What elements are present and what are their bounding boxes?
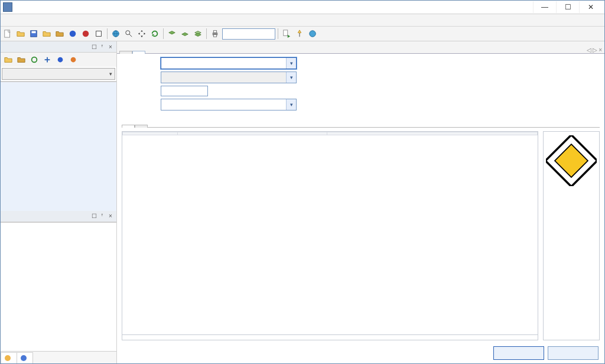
folder-icon[interactable] [41, 28, 53, 40]
doc-arrow-icon[interactable] [281, 28, 292, 40]
next-tab-icon[interactable]: ▷ [593, 47, 597, 53]
separator [163, 28, 164, 39]
menu-visa[interactable] [14, 19, 23, 21]
continue-button[interactable] [493, 346, 544, 360]
tree-filter-dropdown[interactable]: ▾ [2, 68, 115, 80]
preview-panel: ☐ ꜛ × [1, 211, 116, 223]
dot-icon [21, 355, 27, 361]
panel-pin-icon[interactable]: ☐ [90, 43, 97, 50]
panel-dock-icon[interactable]: ꜛ [99, 43, 106, 50]
tab-brukarmall[interactable] [122, 125, 135, 128]
ltftyp-combo[interactable]: ▾ [161, 72, 297, 83]
separator [206, 28, 207, 39]
tree-area[interactable] [1, 82, 116, 211]
print-icon[interactable] [209, 28, 221, 40]
col-beskrivning[interactable] [178, 132, 327, 135]
search-tree-panel: ☐ ꜛ × ▾ [1, 41, 116, 82]
red-circle-icon[interactable] [80, 28, 92, 40]
new-icon[interactable] [2, 28, 14, 40]
left-bottom-tabs [1, 351, 116, 363]
menubar [1, 14, 604, 27]
form-grid: ▾ ▾ ▾ [117, 54, 604, 114]
svg-point-7 [126, 31, 130, 35]
open-icon[interactable] [15, 28, 27, 40]
blue-circle-icon[interactable] [67, 28, 79, 40]
panel-close-icon[interactable]: × [107, 213, 114, 220]
orange-dot-icon[interactable] [67, 54, 79, 66]
tab-vagmarke[interactable] [17, 352, 33, 363]
globe2-icon[interactable] [307, 28, 318, 40]
svg-rect-2 [32, 31, 36, 34]
menu-karta[interactable] [56, 19, 66, 21]
svg-rect-12 [284, 30, 288, 36]
folder-closed-icon[interactable] [15, 54, 27, 66]
zoom-icon[interactable] [123, 28, 135, 40]
trafregel-combo[interactable]: ▾ [161, 99, 297, 110]
panel-close-icon[interactable]: × [107, 43, 114, 50]
layer2-icon[interactable] [179, 28, 191, 40]
chevron-down-icon: ▾ [286, 72, 296, 83]
svg-rect-10 [213, 31, 216, 33]
save-icon[interactable] [28, 28, 40, 40]
tab-forhandsgranska[interactable] [1, 352, 17, 363]
inner-tabs [122, 115, 600, 128]
plats-combo[interactable]: ▾ [161, 57, 297, 69]
menu-hjalp[interactable] [77, 19, 87, 21]
svg-rect-5 [96, 31, 102, 37]
mallnr-input[interactable] [161, 86, 208, 96]
left-column: ☐ ꜛ × ▾ [1, 41, 117, 363]
refresh-tree-icon[interactable] [28, 54, 40, 66]
pin-icon[interactable] [294, 28, 305, 40]
svg-point-14 [310, 31, 316, 37]
separator [278, 28, 278, 39]
add-icon[interactable] [41, 54, 53, 66]
footer-buttons [117, 343, 604, 363]
svg-point-3 [70, 31, 76, 37]
chevron-down-icon: ▾ [286, 58, 296, 69]
menu-rapportmallar[interactable] [35, 19, 44, 21]
cancel-button[interactable] [548, 346, 599, 360]
menu-arkiv[interactable] [3, 19, 12, 21]
folder-open-icon[interactable] [2, 54, 14, 66]
svg-point-17 [71, 57, 76, 63]
svg-line-8 [129, 34, 132, 37]
prev-tab-icon[interactable]: ◁ [587, 47, 591, 53]
body: ☐ ꜛ × ▾ [1, 41, 604, 363]
panel-dock-icon[interactable]: ꜛ [99, 213, 106, 220]
close-tab-icon[interactable]: × [599, 47, 602, 53]
tab-grundmall[interactable] [135, 125, 148, 128]
app-window: — ☐ ✕ [0, 0, 605, 364]
menu-fonster[interactable] [67, 19, 76, 21]
globe-icon[interactable] [110, 28, 122, 40]
search-tree-toolbar [1, 53, 116, 67]
maximize-button[interactable]: ☐ [556, 1, 579, 13]
svg-point-4 [83, 31, 89, 37]
svg-point-16 [58, 57, 63, 63]
table-header-row [123, 132, 538, 135]
tab-ny-ltf[interactable] [132, 51, 145, 54]
search-input[interactable] [222, 28, 275, 40]
template-grid[interactable] [122, 132, 538, 334]
template-table [122, 132, 538, 135]
panel-pin-icon[interactable]: ☐ [90, 213, 97, 220]
menu-installningar[interactable] [45, 19, 55, 21]
col-mallnum[interactable] [123, 132, 178, 135]
refresh-icon[interactable] [149, 28, 161, 40]
folder2-icon[interactable] [54, 28, 66, 40]
sign-column [543, 131, 600, 340]
preview-area [1, 223, 116, 352]
tab-karta[interactable] [119, 51, 132, 54]
main-area: ◁ ▷ × ▾ ▾ [117, 41, 604, 363]
col-spacer [327, 132, 538, 135]
svg-rect-11 [213, 35, 216, 37]
blue-dot-icon[interactable] [54, 54, 66, 66]
minimize-button[interactable]: — [533, 1, 556, 13]
layer1-icon[interactable] [166, 28, 178, 40]
pan-icon[interactable] [136, 28, 148, 40]
document-tabs: ◁ ▷ × [117, 41, 604, 54]
layer3-icon[interactable] [192, 28, 204, 40]
menu-stodregister[interactable] [24, 19, 34, 21]
square-icon[interactable] [93, 28, 105, 40]
close-button[interactable]: ✕ [579, 1, 602, 13]
svg-point-15 [32, 57, 37, 63]
